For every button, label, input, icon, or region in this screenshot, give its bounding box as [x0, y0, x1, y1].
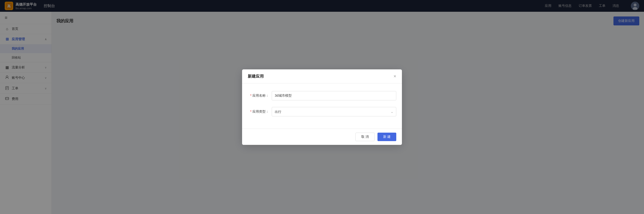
app-type-select[interactable]: 出行 地图 物流 其他 [272, 107, 396, 116]
modal-close-button[interactable]: × [394, 74, 396, 78]
modal-overlay: 新建应用 × *应用名称： *应用类型： 出行 地图 物流 [0, 0, 644, 214]
cancel-button[interactable]: 取 消 [356, 133, 375, 141]
modal-title: 新建应用 [248, 74, 264, 79]
modal-body: *应用名称： *应用类型： 出行 地图 物流 其他 ⌄ [242, 84, 402, 129]
form-row-app-type: *应用类型： 出行 地图 物流 其他 ⌄ [248, 107, 396, 116]
confirm-button[interactable]: 新 建 [378, 133, 396, 141]
app-name-input[interactable] [272, 91, 396, 100]
new-app-modal: 新建应用 × *应用名称： *应用类型： 出行 地图 物流 [242, 69, 402, 145]
modal-header: 新建应用 × [242, 69, 402, 84]
app-type-label: *应用类型： [248, 110, 269, 114]
modal-footer: 取 消 新 建 [242, 129, 402, 145]
app-type-select-wrapper: 出行 地图 物流 其他 ⌄ [272, 107, 396, 116]
app-name-label: *应用名称： [248, 94, 269, 98]
form-row-app-name: *应用名称： [248, 91, 396, 100]
